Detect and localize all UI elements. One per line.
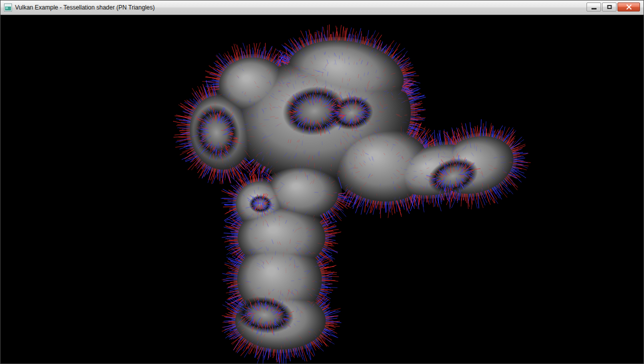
window-controls: [586, 2, 640, 12]
app-window: Vulkan Example - Tessellation shader (PN…: [0, 0, 644, 364]
close-button[interactable]: [618, 2, 640, 12]
render-viewport[interactable]: [0, 15, 644, 364]
minimize-button[interactable]: [586, 2, 601, 12]
window-title: Vulkan Example - Tessellation shader (PN…: [15, 4, 154, 11]
minimize-icon: [592, 8, 596, 10]
titlebar[interactable]: Vulkan Example - Tessellation shader (PN…: [0, 0, 644, 15]
app-icon: [4, 4, 12, 12]
maximize-button[interactable]: [602, 2, 616, 12]
maximize-icon: [607, 5, 612, 9]
